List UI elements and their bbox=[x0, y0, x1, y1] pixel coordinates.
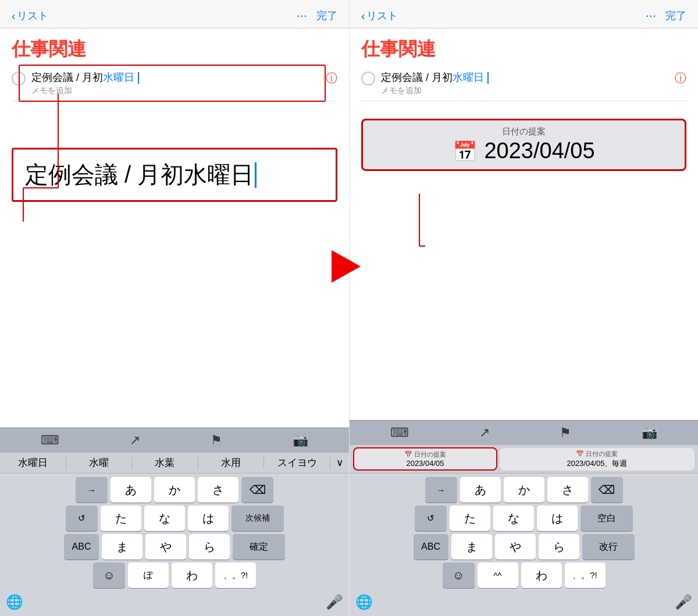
left-pred-0[interactable]: 水曜日 bbox=[0, 456, 66, 469]
right-kb-sug1-date: 2023/04/05 bbox=[406, 459, 444, 468]
right-date-calendar-icon: 📅 bbox=[453, 140, 477, 163]
left-key-emoji[interactable]: ☺ bbox=[93, 562, 125, 588]
right-key-space[interactable]: 空白 bbox=[581, 505, 633, 531]
left-key-po[interactable]: ぽ bbox=[128, 562, 169, 588]
left-info-icon[interactable]: ⓘ bbox=[326, 70, 337, 86]
right-key-ya[interactable]: や bbox=[495, 534, 536, 560]
right-info-icon[interactable]: ⓘ bbox=[675, 70, 686, 86]
left-key-ma[interactable]: ま bbox=[102, 534, 143, 560]
left-key-ra[interactable]: ら bbox=[189, 534, 230, 560]
right-kb-icon-keyboard[interactable]: ⌨ bbox=[390, 425, 409, 440]
text-cursor bbox=[138, 72, 139, 84]
left-kb-icon-location[interactable]: ↗ bbox=[130, 433, 140, 448]
right-todo-highlight: 水曜日 bbox=[453, 72, 484, 83]
left-back-button[interactable]: ‹ リスト bbox=[12, 9, 48, 23]
right-kb-date-sug-2[interactable]: 📅 日付の提案 2023/04/05、毎週 bbox=[500, 448, 695, 471]
left-todo-content: 定例会議 / 月初水曜日 メモを追加 bbox=[31, 70, 320, 96]
left-key-ya[interactable]: や bbox=[145, 534, 186, 560]
right-key-ma[interactable]: ま bbox=[451, 534, 492, 560]
left-header-actions: ··· 完了 bbox=[297, 8, 337, 23]
right-text-cursor bbox=[487, 72, 489, 84]
left-key-arrow[interactable]: → bbox=[76, 477, 108, 503]
right-todo-plain: 定例会議 / 月初 bbox=[381, 72, 453, 83]
left-kb-icon-camera[interactable]: 📷 bbox=[293, 433, 308, 448]
left-kb-row-3: ABC ま や ら 確定 bbox=[2, 534, 347, 560]
left-kb-icon-flag[interactable]: ⚑ bbox=[211, 433, 222, 448]
right-date-popup-date: 2023/04/05 bbox=[484, 138, 594, 163]
left-key-abc[interactable]: ABC bbox=[64, 534, 99, 560]
right-header: ‹ リスト ··· 完了 bbox=[350, 0, 698, 29]
right-key-na[interactable]: な bbox=[493, 505, 534, 531]
left-mic-icon[interactable]: 🎤 bbox=[326, 594, 343, 610]
right-mic-icon[interactable]: 🎤 bbox=[675, 594, 692, 610]
right-key-ra[interactable]: ら bbox=[539, 534, 579, 560]
right-key-caret[interactable]: ^^ bbox=[478, 562, 518, 588]
right-kb-sug2-label: 📅 日付の提案 bbox=[576, 450, 618, 458]
right-key-arrow[interactable]: → bbox=[425, 477, 457, 503]
left-key-delete[interactable]: ⌫ bbox=[241, 477, 273, 503]
right-kb-sug2-cal-icon: 📅 bbox=[576, 450, 584, 458]
right-key-sa[interactable]: さ bbox=[547, 477, 588, 503]
left-key-ta[interactable]: た bbox=[101, 505, 141, 531]
right-key-delete[interactable]: ⌫ bbox=[591, 477, 623, 503]
right-kb-date-sug-1[interactable]: 📅 日付の提案 2023/04/05 bbox=[353, 447, 497, 471]
right-back-label[interactable]: リスト bbox=[366, 9, 398, 23]
left-kb-row-4: ☺ ぽ わ 、。?! bbox=[2, 562, 347, 588]
left-back-label[interactable]: リスト bbox=[17, 9, 48, 23]
left-panel: ‹ リスト ··· 完了 仕事関連 定例会議 / 月初水曜日 メモを追加 ⓘ bbox=[0, 0, 349, 616]
left-chevron-icon: ‹ bbox=[12, 9, 16, 23]
right-key-enter[interactable]: 改行 bbox=[582, 534, 635, 560]
left-key-wa[interactable]: わ bbox=[172, 562, 212, 588]
left-globe-icon[interactable]: 🌐 bbox=[6, 594, 23, 610]
zoom-cursor bbox=[255, 162, 257, 188]
right-done-button[interactable]: 完了 bbox=[665, 9, 686, 23]
right-back-button[interactable]: ‹ リスト bbox=[361, 9, 398, 23]
right-key-ta[interactable]: た bbox=[450, 505, 490, 531]
right-key-undo[interactable]: ↺ bbox=[415, 505, 447, 531]
left-pred-3[interactable]: 水用 bbox=[198, 456, 265, 469]
right-key-a[interactable]: あ bbox=[460, 477, 501, 503]
right-key-abc[interactable]: ABC bbox=[414, 534, 448, 560]
right-kb-predictions: 📅 日付の提案 2023/04/05 📅 日付の提案 2023/04/05、毎週 bbox=[350, 445, 698, 473]
left-pred-2[interactable]: 水葉 bbox=[132, 456, 198, 469]
left-pred-expand[interactable]: ∨ bbox=[330, 457, 349, 469]
right-todo-checkbox[interactable] bbox=[361, 72, 375, 86]
right-kb-bottom: 🌐 🎤 bbox=[350, 590, 698, 616]
left-todo-checkbox[interactable] bbox=[12, 72, 26, 86]
left-zoom-highlight: 水曜日 bbox=[184, 159, 254, 191]
right-dots-button[interactable]: ··· bbox=[646, 8, 656, 23]
right-kb-icon-location[interactable]: ↗ bbox=[479, 425, 490, 440]
right-kb-icon-camera[interactable]: 📷 bbox=[642, 425, 657, 440]
left-key-sa[interactable]: さ bbox=[198, 477, 238, 503]
left-key-next-candidate[interactable]: 次候補 bbox=[232, 505, 284, 531]
left-key-ha[interactable]: は bbox=[188, 505, 229, 531]
right-date-popup-main: 📅 2023/04/05 bbox=[453, 138, 594, 163]
left-key-confirm[interactable]: 確定 bbox=[233, 534, 285, 560]
left-done-button[interactable]: 完了 bbox=[316, 9, 337, 23]
right-kb-row-1: → あ か さ ⌫ bbox=[352, 477, 696, 503]
left-key-ka[interactable]: か bbox=[154, 477, 195, 503]
left-dots-button[interactable]: ··· bbox=[297, 8, 307, 23]
right-kb-icon-flag[interactable]: ⚑ bbox=[560, 425, 571, 440]
right-todo-item[interactable]: 定例会議 / 月初水曜日 メモを追加 ⓘ bbox=[350, 66, 698, 101]
right-key-wa[interactable]: わ bbox=[521, 562, 562, 588]
left-key-na[interactable]: な bbox=[144, 505, 185, 531]
right-kb-sug1-cal-icon: 📅 bbox=[404, 451, 412, 458]
right-header-actions: ··· 完了 bbox=[646, 8, 686, 23]
right-key-ka[interactable]: か bbox=[504, 477, 544, 503]
right-kb-sug2-date: 2023/04/05、毎週 bbox=[567, 458, 627, 469]
left-kb-toolbar: ⌨ ↗ ⚑ 📷 bbox=[0, 428, 349, 453]
left-key-punct[interactable]: 、。?! bbox=[215, 562, 256, 588]
left-key-undo[interactable]: ↺ bbox=[66, 505, 98, 531]
left-pred-1[interactable]: 水曜 bbox=[66, 456, 133, 469]
left-pred-4[interactable]: スイヨウ bbox=[264, 456, 330, 469]
red-right-arrow bbox=[332, 250, 361, 283]
right-date-popup[interactable]: 日付の提案 📅 2023/04/05 bbox=[361, 119, 686, 171]
left-key-a[interactable]: あ bbox=[111, 477, 151, 503]
right-key-punct[interactable]: 、。?! bbox=[565, 562, 606, 588]
left-todo-item[interactable]: 定例会議 / 月初水曜日 メモを追加 ⓘ bbox=[0, 66, 349, 101]
right-globe-icon[interactable]: 🌐 bbox=[355, 594, 373, 610]
left-kb-icon-keyboard[interactable]: ⌨ bbox=[41, 433, 59, 448]
right-key-emoji[interactable]: ☺ bbox=[443, 562, 475, 588]
right-key-ha[interactable]: は bbox=[537, 505, 578, 531]
